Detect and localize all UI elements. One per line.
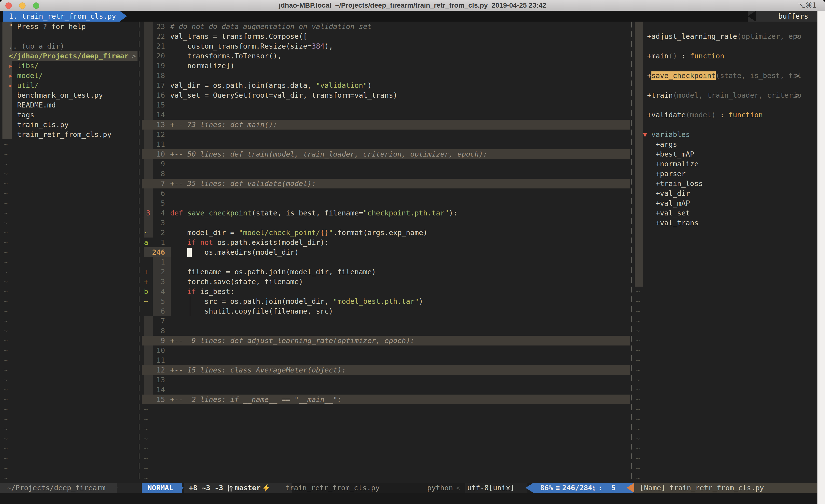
- line-number: 4: [151, 208, 165, 218]
- tag-entry-train_loss[interactable]: +train_loss: [634, 179, 703, 188]
- chevron-right-icon: ▸: [9, 81, 13, 90]
- tag-name: +val_dir: [634, 189, 690, 197]
- terminal-scrollbar[interactable]: [817, 11, 825, 504]
- tree-file-train_cls-py[interactable]: train_cls.py: [0, 120, 69, 130]
- tilde-icon: ~: [3, 287, 8, 296]
- tab-train-retr-from-cls[interactable]: 1. train_retr_from_cls.py: [3, 11, 120, 22]
- tag-signature: (): [669, 52, 677, 60]
- tag-entry-parser[interactable]: +parser: [634, 169, 686, 179]
- tab-label: 1. train_retr_from_cls.py: [9, 12, 116, 20]
- empty-line: ~: [144, 473, 148, 483]
- window-separator-right[interactable]: [631, 22, 632, 483]
- tag-entry-val_mAP[interactable]: +val_mAP: [634, 198, 690, 208]
- tilde-icon: ~: [3, 376, 8, 384]
- tag-name: +val_trans: [634, 219, 698, 227]
- empty-line: ~: [3, 385, 8, 395]
- empty-line: ~: [3, 238, 8, 247]
- tag-name: +args: [634, 140, 677, 149]
- tagbar-panel[interactable]: +adjust_learning_rate(optimizer, epo> +m…: [634, 22, 818, 483]
- line-number: 8: [151, 326, 165, 336]
- tabline: 1. train_retr_from_cls.py buffers: [0, 11, 825, 22]
- empty-line: ~: [636, 453, 640, 463]
- line-position: 246/284: [562, 483, 592, 493]
- empty-line: ~: [636, 326, 640, 336]
- tree-updir[interactable]: .. (up a dir): [0, 41, 64, 51]
- tilde-icon: ~: [144, 425, 148, 433]
- line-number: 6: [151, 306, 165, 316]
- empty-line: ~: [3, 218, 8, 228]
- tree-help[interactable]: " Press ? for help: [0, 22, 86, 31]
- lightning-icon: [262, 484, 270, 492]
- empty-line: ~: [636, 316, 640, 326]
- tag-signature: (state, is_best, fil: [716, 71, 802, 80]
- tag-entry-args[interactable]: +args: [634, 139, 677, 149]
- tilde-icon: ~: [3, 160, 8, 168]
- line-number: 14: [151, 110, 165, 120]
- empty-line: ~: [144, 463, 148, 473]
- line-number: 13: [151, 120, 165, 130]
- tilde-icon: ~: [636, 336, 640, 345]
- nerdtree-panel[interactable]: " Press ? for help .. (up a dir) </jdhao…: [0, 22, 138, 483]
- tree-file-tags[interactable]: tags: [0, 110, 34, 120]
- line-number: 8: [151, 169, 165, 179]
- truncation-icon: >: [795, 31, 799, 41]
- tree-file-benchmark_on_test-py[interactable]: benchmark_on_test.py: [0, 90, 103, 100]
- statusline-arrow-icon: [525, 483, 533, 493]
- chevron-right-icon: ▸: [9, 62, 13, 70]
- tag-entry-save_checkpoint[interactable]: +save_checkpoint(state, is_best, fil>: [634, 71, 802, 80]
- tree-dir-libs[interactable]: ▸ libs/: [0, 61, 39, 71]
- tag-section-variables[interactable]: ▼ variables: [634, 130, 690, 139]
- tilde-icon: ~: [636, 405, 640, 413]
- nerdtree-statusline-path: ~/Projects/deep_firearm: [0, 483, 117, 493]
- empty-line: ~: [3, 149, 8, 159]
- window-separator-left[interactable]: [139, 22, 140, 483]
- line-number: 12: [151, 130, 165, 139]
- tree-root-path: </jdhao/Projects/deep_firear: [0, 52, 129, 60]
- tilde-icon: ~: [3, 199, 8, 207]
- empty-line: ~: [636, 355, 640, 365]
- tag-entry-val_set[interactable]: +val_set: [634, 208, 690, 218]
- tree-file-README-md[interactable]: README.md: [0, 100, 56, 110]
- empty-line: ~: [636, 434, 640, 444]
- empty-line: ~: [3, 228, 8, 238]
- tilde-icon: ~: [3, 444, 8, 453]
- editor-panel[interactable]: 23# do not do data augmentation on valid…: [142, 22, 630, 483]
- empty-line: ~: [3, 179, 8, 188]
- command-line[interactable]: [0, 493, 818, 504]
- empty-line: ~: [636, 463, 640, 473]
- chevron-left-icon: [748, 11, 756, 22]
- tilde-icon: ~: [636, 366, 640, 374]
- tag-entry-val_dir[interactable]: +val_dir: [634, 188, 690, 198]
- empty-line: ~: [3, 306, 8, 316]
- line-number: 3: [151, 218, 165, 228]
- line-number: 1: [151, 257, 165, 267]
- tilde-icon: ~: [3, 258, 8, 266]
- tree-dir-model[interactable]: ▸ model/: [0, 71, 43, 80]
- tree-file-train_retr_from_cls-py[interactable]: train_retr_from_cls.py: [0, 130, 111, 139]
- tilde-icon: ~: [636, 425, 640, 433]
- buffers-label: buffers: [748, 11, 818, 22]
- code-text: normalize]): [170, 61, 234, 71]
- code-text: # do not do data augmentation on validat…: [170, 22, 372, 31]
- code-text: transforms.ToTensor(),: [170, 51, 282, 61]
- tag-entry-normalize[interactable]: +normalize: [634, 159, 698, 169]
- empty-line: ~: [636, 404, 640, 414]
- line-number: 7: [151, 179, 165, 188]
- tilde-icon: ~: [636, 435, 640, 443]
- statusline: ~/Projects/deep_firearm NORMAL +8 ~3 -3 …: [0, 483, 818, 493]
- tree-dir-util[interactable]: ▸ util/: [0, 80, 39, 90]
- tag-entry-adjust_learning_rate[interactable]: +adjust_learning_rate(optimizer, epo>: [634, 31, 802, 41]
- tag-entry-main[interactable]: +main() : function: [634, 51, 724, 61]
- truncation-icon: >: [795, 90, 799, 100]
- tag-name: +train_loss: [634, 179, 703, 188]
- tilde-icon: ~: [144, 444, 148, 453]
- empty-line: ~: [3, 316, 8, 326]
- tree-help-text: " Press ? for help: [0, 22, 86, 31]
- tag-entry-val_trans[interactable]: +val_trans: [634, 218, 698, 228]
- tilde-icon: ~: [3, 238, 8, 247]
- tag-entry-train[interactable]: +train(model, train_loader, criterio>: [634, 90, 802, 100]
- tag-entry-best_mAP[interactable]: +best_mAP: [634, 149, 694, 159]
- tree-root[interactable]: </jdhao/Projects/deep_firear>: [0, 51, 129, 61]
- tag-entry-validate[interactable]: +validate(model) : function: [634, 110, 763, 120]
- line-number: 11: [151, 355, 165, 365]
